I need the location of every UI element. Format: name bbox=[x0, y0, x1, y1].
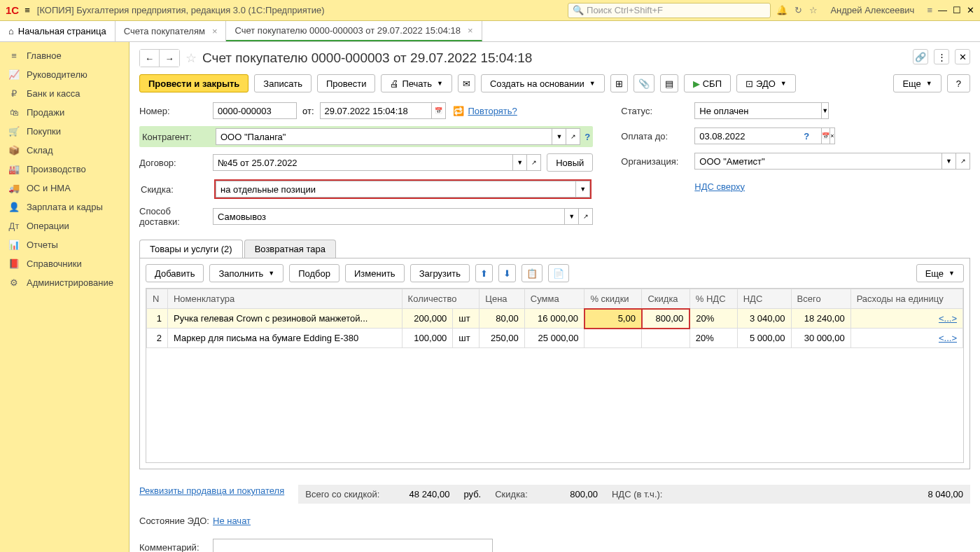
maximize-icon[interactable]: ☐ bbox=[953, 5, 961, 15]
cell-qty[interactable]: 200,000 bbox=[402, 309, 453, 329]
doc-tab-tare[interactable]: Возвратная тара bbox=[244, 240, 336, 258]
history-icon[interactable]: ↻ bbox=[794, 5, 802, 15]
edit-row-button[interactable]: Изменить bbox=[345, 264, 405, 282]
col-total[interactable]: Всего bbox=[791, 289, 850, 309]
help-icon[interactable]: ? bbox=[584, 132, 590, 142]
post-and-close-button[interactable]: Провести и закрыть bbox=[139, 74, 248, 92]
repeat-icon[interactable]: 🔁 bbox=[453, 106, 464, 116]
fill-button[interactable]: Заполнить▼ bbox=[209, 264, 284, 282]
cell-price[interactable]: 80,00 bbox=[479, 309, 525, 329]
close-content-icon[interactable]: ✕ bbox=[955, 49, 970, 64]
sidebar-item-purchases[interactable]: 🛒Покупки bbox=[0, 122, 129, 141]
save-button[interactable]: Записать bbox=[254, 74, 312, 92]
doc-tab-goods[interactable]: Товары и услуги (2) bbox=[139, 240, 243, 258]
sidebar-item-assets[interactable]: 🚚ОС и НМА bbox=[0, 179, 129, 198]
sidebar-item-catalogs[interactable]: 📕Справочники bbox=[0, 254, 129, 273]
col-sum[interactable]: Сумма bbox=[524, 289, 584, 309]
global-search[interactable]: 🔍 Поиск Ctrl+Shift+F bbox=[568, 3, 771, 18]
dropdown-icon[interactable]: ▼ bbox=[822, 102, 829, 119]
attach-button[interactable]: 📎 bbox=[634, 74, 654, 92]
col-vat-pct[interactable]: % НДС bbox=[690, 289, 737, 309]
cell-sum[interactable]: 16 000,00 bbox=[524, 309, 584, 329]
dropdown-icon[interactable]: ▼ bbox=[942, 153, 956, 170]
clear-icon[interactable]: × bbox=[830, 127, 834, 144]
structure-button[interactable]: ⊞ bbox=[610, 74, 628, 92]
post-button[interactable]: Провести bbox=[317, 74, 376, 92]
counterparty-input[interactable] bbox=[216, 128, 552, 145]
comment-input[interactable] bbox=[213, 539, 493, 552]
help-icon[interactable]: ? bbox=[804, 131, 809, 142]
col-vat[interactable]: НДС bbox=[737, 289, 791, 309]
new-contract-button[interactable]: Новый bbox=[547, 153, 593, 172]
hamburger-icon[interactable]: ≡ bbox=[24, 5, 30, 15]
sidebar-item-salary[interactable]: 👤Зарплата и кадры bbox=[0, 198, 129, 216]
date-input[interactable] bbox=[320, 102, 432, 119]
user-name[interactable]: Андрей Алексеевич bbox=[830, 5, 914, 15]
sidebar-item-reports[interactable]: 📊Отчеты bbox=[0, 235, 129, 254]
cell-vat-pct[interactable]: 20% bbox=[690, 329, 737, 348]
cell-expense-link[interactable]: <...> bbox=[939, 313, 957, 324]
sidebar-item-warehouse[interactable]: 📦Склад bbox=[0, 141, 129, 160]
nav-forward-button[interactable]: → bbox=[160, 50, 179, 67]
sidebar-item-manager[interactable]: 📈Руководителю bbox=[0, 65, 129, 84]
cell-n[interactable]: 1 bbox=[147, 309, 168, 329]
more-button[interactable]: Еще▼ bbox=[893, 74, 941, 92]
open-icon[interactable]: ↗ bbox=[579, 208, 593, 225]
cell-price[interactable]: 250,00 bbox=[479, 329, 525, 348]
repeat-link[interactable]: Повторять? bbox=[468, 106, 517, 116]
number-input[interactable] bbox=[213, 102, 297, 119]
list-button[interactable]: ▤ bbox=[660, 74, 678, 92]
pick-button[interactable]: Подбор bbox=[289, 264, 340, 282]
col-disc[interactable]: Скидка bbox=[642, 289, 690, 309]
cell-total[interactable]: 18 240,00 bbox=[791, 309, 850, 329]
bell-icon[interactable]: 🔔 bbox=[776, 5, 788, 15]
help-button[interactable]: ? bbox=[947, 74, 970, 92]
col-disc-pct[interactable]: % скидки bbox=[584, 289, 642, 309]
home-tab[interactable]: ⌂ Начальная страница bbox=[0, 21, 115, 41]
sidebar-item-operations[interactable]: ДтОперации bbox=[0, 216, 129, 235]
sbp-button[interactable]: ▶ СБП bbox=[684, 74, 731, 92]
tab-invoice-detail[interactable]: Счет покупателю 0000-000003 от 29.07.202… bbox=[226, 21, 482, 41]
add-row-button[interactable]: Добавить bbox=[146, 264, 204, 282]
col-name[interactable]: Номенклатура bbox=[167, 289, 402, 309]
move-down-button[interactable]: ⬇ bbox=[498, 264, 516, 282]
dropdown-icon[interactable]: ▼ bbox=[552, 128, 566, 145]
calendar-icon[interactable]: 📅 bbox=[822, 127, 830, 144]
col-qty[interactable]: Количество bbox=[402, 289, 479, 309]
vat-link[interactable]: НДС сверху bbox=[694, 181, 745, 192]
cell-expense-link[interactable]: <...> bbox=[939, 333, 957, 343]
cell-total[interactable]: 30 000,00 bbox=[791, 329, 850, 348]
cell-vat-pct[interactable]: 20% bbox=[690, 309, 737, 329]
dropdown-icon[interactable]: ▼ bbox=[565, 208, 579, 225]
create-based-button[interactable]: Создать на основании▼ bbox=[481, 74, 605, 92]
col-price[interactable]: Цена bbox=[479, 289, 525, 309]
load-button[interactable]: Загрузить bbox=[410, 264, 470, 282]
minimize-icon[interactable]: — bbox=[938, 5, 947, 15]
paste-button[interactable]: 📄 bbox=[548, 264, 569, 282]
open-icon[interactable]: ↗ bbox=[566, 128, 580, 145]
cell-vat[interactable]: 5 000,00 bbox=[737, 329, 791, 348]
star-icon[interactable]: ☆ bbox=[809, 5, 818, 15]
open-icon[interactable]: ↗ bbox=[527, 154, 541, 171]
cell-disc[interactable]: 800,00 bbox=[642, 309, 690, 329]
sidebar-item-sales[interactable]: 🛍Продажи bbox=[0, 103, 129, 122]
contract-input[interactable] bbox=[213, 154, 513, 171]
cell-n[interactable]: 2 bbox=[147, 329, 168, 348]
cell-unit[interactable]: шт bbox=[453, 329, 479, 348]
status-select[interactable] bbox=[694, 102, 822, 119]
cell-vat[interactable]: 3 040,00 bbox=[737, 309, 791, 329]
cell-name[interactable]: Ручка гелевая Crown с резиновой манжетой… bbox=[167, 309, 402, 329]
discount-select[interactable] bbox=[216, 181, 576, 198]
cell-qty[interactable]: 100,000 bbox=[402, 329, 453, 348]
dropdown-icon[interactable]: ▼ bbox=[576, 181, 590, 198]
calendar-icon[interactable]: 📅 bbox=[432, 102, 446, 119]
payuntil-input[interactable] bbox=[694, 127, 822, 144]
table-row[interactable]: 2 Маркер для письма на бумаге Edding E-3… bbox=[147, 329, 963, 348]
seller-details-link[interactable]: Реквизиты продавца и покупателя bbox=[139, 485, 284, 496]
col-n[interactable]: N bbox=[147, 289, 168, 309]
delivery-input[interactable] bbox=[213, 208, 565, 225]
cell-disc-pct[interactable]: 5,00 bbox=[584, 309, 642, 329]
edo-button[interactable]: ⊡ ЭДО▼ bbox=[736, 74, 796, 92]
sidebar-item-admin[interactable]: ⚙Администрирование bbox=[0, 273, 129, 292]
cell-disc-pct[interactable] bbox=[584, 329, 642, 348]
